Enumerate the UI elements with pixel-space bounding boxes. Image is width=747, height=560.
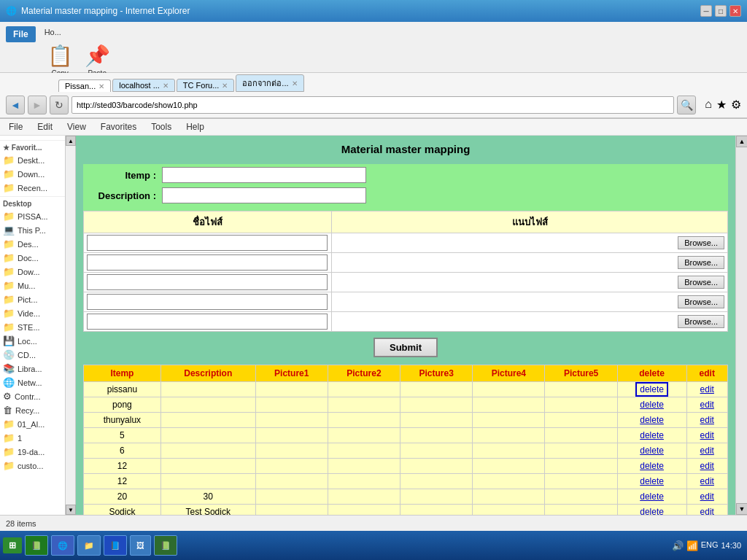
cell-edit[interactable]: edit [686, 413, 728, 428]
menu-view[interactable]: View [64, 120, 89, 133]
menu-tools[interactable]: Tools [148, 120, 174, 133]
taskbar-excel[interactable]: 📗 [25, 535, 48, 556]
sidebar-01al[interactable]: 📁01_Al... [0, 417, 65, 431]
cell-delete[interactable]: delete [617, 428, 686, 443]
submit-button[interactable]: Submit [374, 338, 438, 357]
taskbar-ie[interactable]: 🌐 [51, 535, 74, 556]
browse-button-5[interactable]: Browse... [678, 315, 724, 328]
cell-edit[interactable]: edit [686, 474, 728, 489]
tab-logout-close[interactable]: ✕ [292, 79, 298, 88]
browse-button-3[interactable]: Browse... [678, 276, 724, 289]
sidebar-pict[interactable]: 📁Pict... [0, 292, 65, 306]
file-input-5[interactable] [87, 314, 328, 330]
cell-delete[interactable]: delete [617, 459, 686, 474]
file-tab[interactable]: File [6, 26, 36, 42]
cell-pic2 [328, 428, 400, 443]
sidebar-doc[interactable]: 📁Doc... [0, 251, 65, 265]
url-bar[interactable] [71, 96, 674, 114]
tab-localhost[interactable]: localhost ... ✕ [112, 79, 175, 92]
taskbar-word[interactable]: 📘 [104, 535, 127, 556]
tab-tc[interactable]: TC Foru... ✕ [177, 79, 235, 92]
cell-desc [160, 459, 255, 474]
search-button[interactable]: 🔍 [677, 96, 696, 114]
sidebar-loc[interactable]: 💾Loc... [0, 334, 65, 348]
tab-tc-close[interactable]: ✕ [222, 82, 228, 90]
cell-delete[interactable]: delete [617, 505, 686, 516]
tab-pissanu[interactable]: Pissan... ✕ [58, 79, 111, 92]
refresh-button[interactable]: ↻ [50, 96, 69, 114]
cell-delete[interactable]: delete [617, 474, 686, 489]
cell-edit[interactable]: edit [686, 489, 728, 505]
favorites-icon[interactable]: ★ [716, 98, 727, 112]
file-input-2[interactable] [87, 254, 328, 271]
main-scrollbar[interactable]: ▲ ▼ [735, 136, 747, 515]
sidebar-downloads[interactable]: 📁Down... [0, 167, 65, 181]
col-picture1: Picture1 [255, 365, 328, 382]
cell-delete[interactable]: delete [617, 489, 686, 505]
taskbar-folder[interactable]: 📁 [77, 535, 101, 556]
close-button[interactable]: ✕ [729, 5, 741, 17]
sidebar-1[interactable]: 📁1 [0, 431, 65, 445]
file-input-4[interactable] [87, 294, 328, 310]
browse-button-4[interactable]: Browse... [678, 295, 724, 308]
sidebar-desktop[interactable]: 📁Deskt... [0, 153, 65, 167]
forward-button[interactable]: ► [28, 96, 47, 114]
cell-pic1 [255, 382, 328, 397]
cell-edit[interactable]: edit [686, 428, 728, 443]
itemp-input[interactable] [162, 167, 366, 183]
home-tab[interactable]: Ho... [39, 26, 119, 38]
tab-logout[interactable]: ออกจากต่อ... ✕ [236, 74, 303, 92]
tab-localhost-close[interactable]: ✕ [163, 82, 169, 90]
taskbar-ps[interactable]: 🖼 [130, 535, 151, 556]
sidebar-des[interactable]: 📁Des... [0, 237, 65, 251]
browse-button-2[interactable]: Browse... [678, 256, 724, 269]
sidebar-recy[interactable]: 🗑Recy... [0, 403, 65, 417]
cell-edit[interactable]: edit [686, 397, 728, 413]
sidebar-ste[interactable]: 📁STE... [0, 320, 65, 334]
sidebar-vide[interactable]: 📁Vide... [0, 306, 65, 320]
maximize-button[interactable]: □ [715, 5, 727, 17]
file-input-1[interactable] [87, 235, 328, 251]
menu-favorites[interactable]: Favorites [98, 120, 139, 133]
sidebar-mu[interactable]: 📁Mu... [0, 279, 65, 292]
minimize-button[interactable]: ─ [700, 5, 712, 17]
sidebar-netw[interactable]: 🌐Netw... [0, 376, 65, 389]
menu-help[interactable]: Help [183, 120, 207, 133]
sidebar-libra[interactable]: 📚Libra... [0, 362, 65, 376]
cell-delete[interactable]: delete [617, 397, 686, 413]
cell-pic1 [255, 474, 328, 489]
title-bar-buttons: ─ □ ✕ [700, 5, 741, 17]
table-row: 12deleteedit [84, 474, 728, 489]
sidebar-cd[interactable]: 💿CD... [0, 348, 65, 362]
description-input[interactable] [162, 187, 366, 203]
sidebar-dow[interactable]: 📁Dow... [0, 265, 65, 279]
cell-delete[interactable]: delete [617, 443, 686, 459]
menu-file[interactable]: File [6, 120, 26, 133]
file-input-3[interactable] [87, 274, 328, 290]
cell-desc [160, 443, 255, 459]
cell-edit[interactable]: edit [686, 443, 728, 459]
home-icon[interactable]: ⌂ [705, 98, 712, 112]
settings-icon[interactable]: ⚙ [731, 98, 741, 112]
start-button[interactable]: ⊞ [3, 537, 22, 553]
taskbar-app1[interactable]: 📗 [154, 535, 177, 556]
sidebar-pissa[interactable]: 📁PISSA... [0, 209, 65, 223]
description-label: Description : [83, 190, 156, 201]
back-button[interactable]: ◄ [6, 96, 25, 114]
menu-edit[interactable]: Edit [34, 120, 55, 133]
sidebar-thisp[interactable]: 💻This P... [0, 223, 65, 237]
cell-edit[interactable]: edit [686, 382, 728, 397]
cell-delete[interactable]: delete [617, 382, 686, 397]
cell-edit[interactable]: edit [686, 505, 728, 516]
sidebar-scrollbar[interactable]: ▲ ▼ [66, 136, 76, 515]
cell-delete[interactable]: delete [617, 413, 686, 428]
cell-edit[interactable]: edit [686, 459, 728, 474]
cell-pic5 [545, 459, 617, 474]
sidebar-19da[interactable]: 📁19-da... [0, 445, 65, 459]
sidebar-contr[interactable]: ⚙Contr... [0, 389, 65, 403]
tab-pissanu-close[interactable]: ✕ [98, 82, 104, 90]
sidebar-recent[interactable]: 📁Recen... [0, 181, 65, 195]
browse-button-1[interactable]: Browse... [678, 236, 724, 249]
table-row: SodickTest Sodickdeleteedit [84, 505, 728, 516]
sidebar-custo[interactable]: 📁custo... [0, 459, 65, 472]
